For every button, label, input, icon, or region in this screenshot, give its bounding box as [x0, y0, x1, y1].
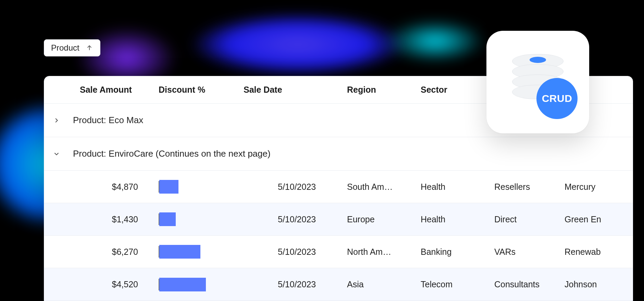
- decorative-glow: [363, 10, 507, 72]
- table-row[interactable]: $6,270 5/10/2023 North Am… Banking VARs …: [44, 236, 633, 268]
- cell-last: Johnson: [560, 279, 622, 289]
- chevron-down-icon: [53, 150, 60, 158]
- cell-channel: VARs: [490, 247, 560, 257]
- col-sale-date[interactable]: Sale Date: [230, 85, 343, 95]
- col-sector[interactable]: Sector: [417, 85, 490, 95]
- arrow-up-icon: [86, 44, 93, 52]
- cell-region: South Am…: [343, 182, 417, 192]
- table-row[interactable]: $1,430 5/10/2023 Europe Health Direct Gr…: [44, 203, 633, 236]
- cell-date: 5/10/2023: [230, 279, 343, 289]
- expand-toggle[interactable]: [44, 117, 69, 124]
- cell-date: 5/10/2023: [230, 182, 343, 192]
- cell-region: Asia: [343, 279, 417, 289]
- cell-channel: Resellers: [490, 182, 560, 192]
- col-discount[interactable]: Discount %: [154, 85, 230, 95]
- table-row[interactable]: $4,870 5/10/2023 South Am… Health Resell…: [44, 171, 633, 203]
- group-row-envirocare[interactable]: Product: EnviroCare (Continues on the ne…: [44, 137, 633, 171]
- crud-badge-label: CRUD: [542, 93, 572, 104]
- group-label: Product: EnviroCare (Continues on the ne…: [69, 148, 633, 159]
- cell-sector: Telecom: [417, 279, 490, 289]
- cell-last: Mercury: [560, 182, 622, 192]
- cell-region: Europe: [343, 214, 417, 224]
- cell-discount: [154, 277, 230, 292]
- cell-sector: Health: [417, 182, 490, 192]
- col-sale-amount[interactable]: Sale Amount: [76, 85, 154, 95]
- cell-discount: [154, 211, 230, 227]
- discount-bar: [159, 180, 178, 194]
- cell-sector: Banking: [417, 247, 490, 257]
- crud-badge: CRUD: [536, 78, 578, 119]
- discount-bar: [159, 212, 176, 226]
- cell-last: Green En: [560, 214, 622, 224]
- cell-discount: [154, 244, 230, 260]
- table-row[interactable]: $4,520 5/10/2023 Asia Telecom Consultant…: [44, 268, 633, 301]
- cell-last: Renewab: [560, 247, 622, 257]
- cell-discount: [154, 179, 230, 195]
- cell-channel: Direct: [490, 214, 560, 224]
- collapse-toggle[interactable]: [44, 150, 69, 158]
- cell-date: 5/10/2023: [230, 247, 343, 257]
- cell-amount: $1,430: [76, 214, 154, 224]
- cell-sector: Health: [417, 214, 490, 224]
- discount-bar: [159, 245, 200, 259]
- cell-amount: $4,870: [76, 182, 154, 192]
- cell-amount: $4,520: [76, 279, 154, 289]
- col-region[interactable]: Region: [343, 85, 417, 95]
- cell-region: North Am…: [343, 247, 417, 257]
- sort-chip-label: Product: [51, 43, 79, 53]
- crud-feature-card: CRUD: [486, 31, 589, 133]
- cell-amount: $6,270: [76, 247, 154, 257]
- cell-channel: Consultants: [490, 279, 560, 289]
- discount-bar: [159, 278, 206, 291]
- chevron-right-icon: [53, 117, 60, 124]
- sort-chip-product[interactable]: Product: [44, 39, 100, 56]
- cell-date: 5/10/2023: [230, 214, 343, 224]
